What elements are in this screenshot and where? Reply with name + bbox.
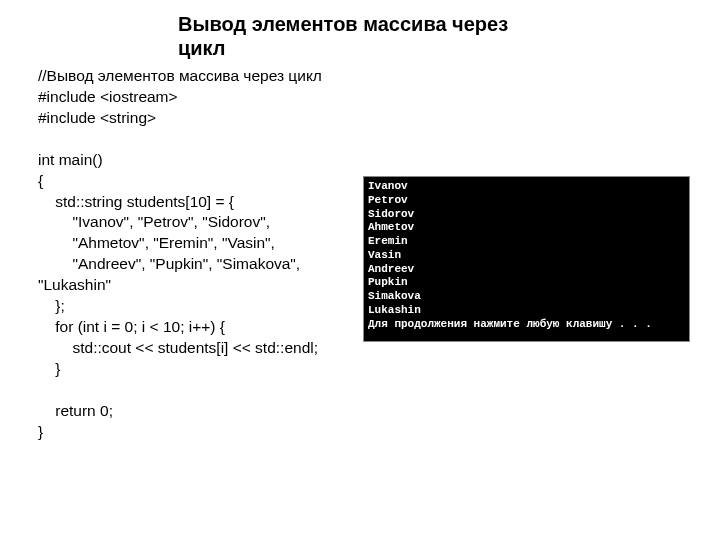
console-line: Ivanov	[368, 180, 685, 194]
console-line: Petrov	[368, 194, 685, 208]
console-output: Ivanov Petrov Sidorov Ahmetov Eremin Vas…	[363, 176, 690, 342]
console-line: Vasin	[368, 249, 685, 263]
console-line: Eremin	[368, 235, 685, 249]
slide-title: Вывод элементов массива через цикл	[178, 12, 518, 60]
console-line: Для продолжения нажмите любую клавишу . …	[368, 318, 685, 332]
console-line: Pupkin	[368, 276, 685, 290]
console-line: Sidorov	[368, 208, 685, 222]
console-line: Andreev	[368, 263, 685, 277]
console-line: Ahmetov	[368, 221, 685, 235]
console-line: Lukashin	[368, 304, 685, 318]
code-listing: //Вывод элементов массива через цикл #in…	[38, 66, 358, 443]
console-line: Simakova	[368, 290, 685, 304]
